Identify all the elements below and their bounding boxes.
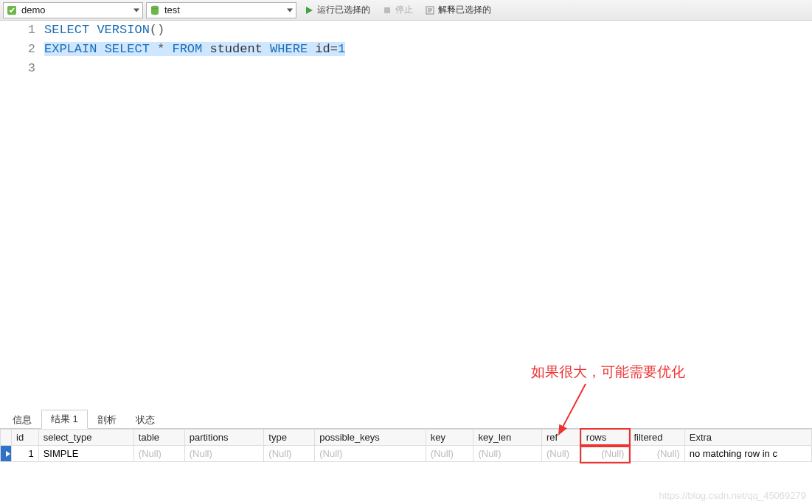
cell-select_type[interactable]: SIMPLE [38, 446, 133, 462]
database-icon [148, 4, 162, 17]
tab-0[interactable]: 信息 [3, 410, 41, 429]
stop-label: 停止 [395, 4, 413, 16]
result-grid: idselect_typetablepartitionstypepossible… [0, 429, 812, 462]
col-possible_keys[interactable]: possible_keys [315, 430, 426, 446]
sql-editor[interactable]: 123 SELECT VERSION()EXPLAIN SELECT * FRO… [0, 21, 812, 411]
run-button[interactable]: 运行已选择的 [299, 2, 375, 18]
tab-2[interactable]: 剖析 [88, 410, 126, 429]
col-filtered[interactable]: filtered [629, 430, 684, 446]
cell-ref[interactable]: (Null) [542, 446, 582, 462]
editor-gutter: 123 [0, 21, 44, 411]
col-type[interactable]: type [264, 430, 315, 446]
cell-type[interactable]: (Null) [264, 446, 315, 462]
explain-icon [425, 5, 435, 15]
annotation-text: 如果很大，可能需要优化 [531, 363, 685, 382]
table-row[interactable]: 1SIMPLE(Null)(Null)(Null)(Null)(Null)(Nu… [1, 446, 812, 462]
database-combo[interactable]: test [146, 2, 296, 18]
row-marker-icon [1, 446, 12, 462]
cell-partitions[interactable]: (Null) [184, 446, 264, 462]
col-ref[interactable]: ref [542, 430, 582, 446]
editor-code[interactable]: SELECT VERSION()EXPLAIN SELECT * FROM st… [44, 21, 812, 411]
col-key_len[interactable]: key_len [473, 430, 542, 446]
svg-rect-3 [384, 7, 390, 13]
col-select_type[interactable]: select_type [38, 430, 133, 446]
play-icon [304, 5, 314, 15]
col-table[interactable]: table [133, 430, 184, 446]
stop-icon [382, 5, 392, 15]
stop-button[interactable]: 停止 [378, 2, 417, 18]
connection-combo[interactable]: demo [3, 2, 143, 18]
cell-rows[interactable]: (Null) [581, 446, 629, 462]
database-label: test [162, 4, 202, 15]
explain-label: 解释已选择的 [438, 4, 491, 16]
col-Extra[interactable]: Extra [684, 430, 811, 446]
connection-label: demo [18, 4, 68, 15]
col-rows[interactable]: rows [581, 430, 629, 446]
col-id[interactable]: id [12, 430, 39, 446]
tab-1[interactable]: 结果 1 [41, 410, 88, 429]
run-label: 运行已选择的 [317, 4, 370, 16]
toolbar: demo test 运行已选择的 停止 解释已选择的 [0, 0, 812, 21]
cell-possible_keys[interactable]: (Null) [315, 446, 426, 462]
watermark: https://blog.csdn.net/qq_45069279 [659, 490, 807, 501]
cell-id[interactable]: 1 [12, 446, 39, 462]
tab-3[interactable]: 状态 [126, 410, 164, 429]
col-key[interactable]: key [426, 430, 473, 446]
cell-key_len[interactable]: (Null) [473, 446, 542, 462]
connection-icon [5, 4, 18, 17]
cell-table[interactable]: (Null) [133, 446, 184, 462]
chevron-down-icon [133, 8, 139, 12]
code-line: EXPLAIN SELECT * FROM student WHERE id=1 [44, 40, 812, 59]
cell-Extra[interactable]: no matching row in c [684, 446, 811, 462]
col-partitions[interactable]: partitions [184, 430, 264, 446]
explain-button[interactable]: 解释已选择的 [420, 2, 496, 18]
code-line: SELECT VERSION() [44, 21, 812, 40]
grid-header-row: idselect_typetablepartitionstypepossible… [1, 430, 812, 446]
result-tabs: 信息结果 1剖析状态 [0, 411, 812, 429]
cell-key[interactable]: (Null) [426, 446, 473, 462]
chevron-down-icon [287, 8, 293, 12]
cell-filtered[interactable]: (Null) [629, 446, 684, 462]
